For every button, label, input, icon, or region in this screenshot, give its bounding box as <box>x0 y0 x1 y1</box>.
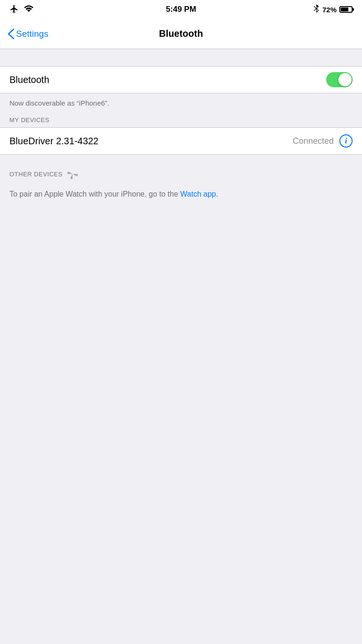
main-content: Bluetooth Now discoverable as “iPhone6”.… <box>0 49 362 644</box>
discoverable-text: Now discoverable as “iPhone6”. <box>0 93 362 113</box>
battery-percent: 72% <box>322 6 337 14</box>
bluetooth-toggle[interactable] <box>326 72 353 87</box>
device-row: BlueDriver 2.31-4322 Connected i <box>0 127 362 155</box>
pair-text-prefix: To pair an Apple Watch with your iPhone,… <box>9 190 180 198</box>
device-right: Connected i <box>293 134 353 148</box>
airplane-icon <box>9 4 19 15</box>
other-devices-header: OTHER DEVICES <box>0 163 362 183</box>
pair-text: To pair an Apple Watch with your iPhone,… <box>0 183 362 206</box>
wifi-icon <box>24 5 34 14</box>
device-info-button[interactable]: i <box>339 134 353 148</box>
nav-title: Bluetooth <box>159 28 203 39</box>
bluetooth-toggle-row: Bluetooth <box>0 66 362 93</box>
nav-bar: Settings Bluetooth <box>0 19 362 49</box>
status-left-icons <box>9 4 34 15</box>
bluetooth-label: Bluetooth <box>9 74 49 85</box>
device-name: BlueDriver 2.31-4322 <box>9 136 99 147</box>
device-status: Connected <box>293 136 334 146</box>
mid-spacer <box>0 155 362 163</box>
status-bar: 5:49 PM 72% <box>0 0 362 19</box>
back-label: Settings <box>16 29 49 39</box>
my-devices-header: MY DEVICES <box>0 113 362 127</box>
status-right-icons: 72% <box>313 4 353 15</box>
toggle-thumb <box>338 73 352 86</box>
top-spacer <box>0 49 362 66</box>
scanning-spinner <box>67 169 78 179</box>
bluetooth-status-icon <box>313 4 320 15</box>
back-button[interactable]: Settings <box>8 28 49 40</box>
watch-app-link[interactable]: Watch app. <box>180 190 218 198</box>
battery-indicator <box>339 6 353 13</box>
status-time: 5:49 PM <box>166 5 196 14</box>
other-devices-label: OTHER DEVICES <box>9 171 63 178</box>
